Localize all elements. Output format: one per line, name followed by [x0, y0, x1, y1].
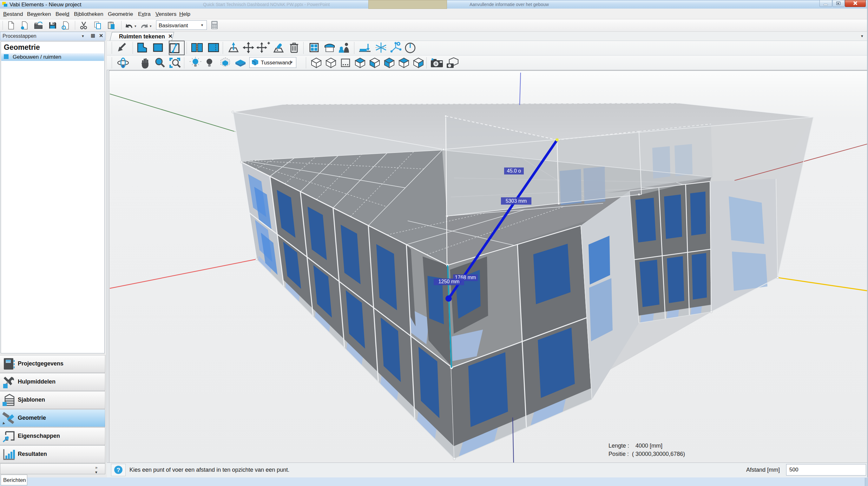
svg-text:45.0 o: 45.0 o [507, 168, 521, 174]
svg-text:?: ? [117, 467, 120, 473]
svg-text:5303 mm: 5303 mm [506, 198, 527, 204]
svg-text:1250 mm: 1250 mm [438, 279, 460, 284]
svg-text:Positie : ( 30000,30000,6786): Positie : ( 30000,30000,6786) [609, 451, 685, 457]
svg-text:Lengte : 4000 [mm]: Lengte : 4000 [mm] [609, 443, 662, 449]
